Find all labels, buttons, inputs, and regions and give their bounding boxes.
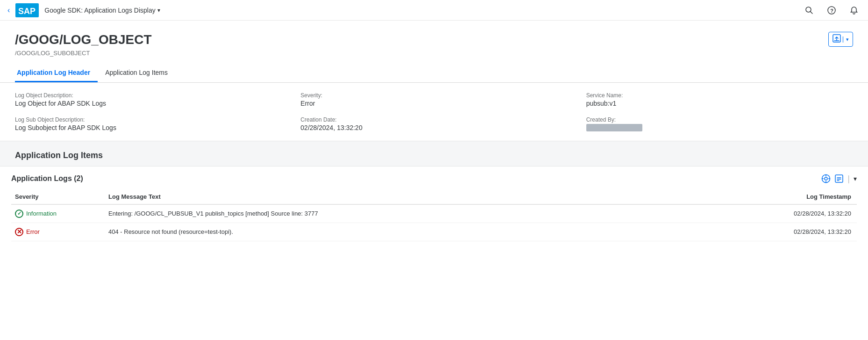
- cell-message-1: 404 - Resource not found (resource=test-…: [105, 223, 763, 241]
- info-icon: ✓: [15, 210, 23, 218]
- table-row: ✓ Information Entering: /GOOG/CL_PUBSUB_…: [11, 204, 857, 223]
- table-export-icon[interactable]: [834, 174, 844, 183]
- search-icon[interactable]: [803, 4, 816, 17]
- field-log-object-description: Log Object Description: Log Object for A…: [15, 92, 282, 107]
- severity-error-badge: ✕ Error: [15, 228, 99, 236]
- table-container: Application Logs (2): [0, 166, 868, 249]
- bell-icon[interactable]: [847, 4, 861, 17]
- svg-rect-13: [835, 175, 843, 182]
- svg-line-3: [811, 11, 813, 14]
- table-title: Application Logs (2): [11, 174, 83, 183]
- field-severity: Severity: Error: [300, 92, 567, 107]
- page-header: /GOOG/LOG_OBJECT /GOOG/LOG_SUBOBJECT ▾: [0, 21, 868, 60]
- log-items-section: Application Log Items Application Logs (…: [0, 141, 868, 249]
- nav-title-text: Google SDK: Application Logs Display: [44, 7, 155, 14]
- table-collapse-icon[interactable]: ▾: [854, 175, 857, 182]
- svg-point-8: [825, 177, 827, 180]
- log-items-heading: Application Log Items: [0, 141, 868, 166]
- col-header-timestamp: Log Timestamp: [763, 189, 857, 204]
- field-creation-date: Creation Date: 02/28/2024, 13:32:20: [300, 116, 567, 131]
- export-button[interactable]: ▾: [828, 32, 853, 47]
- back-button[interactable]: ‹: [7, 6, 10, 14]
- created-by-redacted: [586, 124, 642, 131]
- col-header-message: Log Message Text: [105, 189, 763, 204]
- export-icon: [832, 34, 841, 44]
- cell-timestamp-0: 02/28/2024, 13:32:20: [763, 204, 857, 223]
- help-icon[interactable]: ?: [825, 4, 838, 17]
- tab-application-log-items[interactable]: Application Log Items: [103, 64, 175, 82]
- page-title: /GOOG/LOG_OBJECT: [15, 32, 151, 48]
- field-log-sub-object-description: Log Sub Object Description: Log Subobjec…: [15, 116, 282, 131]
- field-created-by: Created By:: [586, 116, 853, 131]
- cell-severity-error: ✕ Error: [11, 223, 105, 241]
- export-chevron-icon: ▾: [843, 36, 849, 43]
- nav-icons-group: ?: [803, 4, 861, 17]
- severity-info-badge: ✓ Information: [15, 210, 99, 218]
- content-area: Log Object Description: Log Object for A…: [0, 83, 868, 249]
- table-actions: | ▾: [821, 174, 857, 184]
- nav-title-chevron-icon[interactable]: ▾: [157, 7, 160, 14]
- data-table: Severity Log Message Text Log Timestamp …: [11, 189, 857, 241]
- table-action-separator: |: [847, 174, 850, 184]
- page-subtitle: /GOOG/LOG_SUBOBJECT: [15, 50, 151, 57]
- nav-title: Google SDK: Application Logs Display ▾: [44, 7, 160, 14]
- table-row: ✕ Error 404 - Resource not found (resour…: [11, 223, 857, 241]
- error-icon: ✕: [15, 228, 23, 236]
- page-title-block: /GOOG/LOG_OBJECT /GOOG/LOG_SUBOBJECT: [15, 32, 151, 57]
- table-header-row: Application Logs (2): [11, 174, 857, 184]
- cell-severity-info: ✓ Information: [11, 204, 105, 223]
- svg-text:SAP: SAP: [18, 7, 36, 16]
- tab-application-log-header[interactable]: Application Log Header: [15, 64, 98, 82]
- svg-text:?: ?: [830, 7, 833, 13]
- tabs-bar: Application Log Header Application Log I…: [0, 64, 868, 83]
- sap-logo: SAP: [15, 3, 39, 17]
- log-header-section: Log Object Description: Log Object for A…: [0, 83, 868, 141]
- table-header-row: Severity Log Message Text Log Timestamp: [11, 189, 857, 204]
- col-header-severity: Severity: [11, 189, 105, 204]
- field-service-name: Service Name: pubsub:v1: [586, 92, 853, 107]
- cell-message-0: Entering: /GOOG/CL_PUBSUB_V1 publish_top…: [105, 204, 763, 223]
- table-settings-icon[interactable]: [821, 174, 831, 183]
- top-navbar: ‹ SAP Google SDK: Application Logs Displ…: [0, 0, 868, 21]
- cell-timestamp-1: 02/28/2024, 13:32:20: [763, 223, 857, 241]
- fields-grid: Log Object Description: Log Object for A…: [15, 92, 853, 131]
